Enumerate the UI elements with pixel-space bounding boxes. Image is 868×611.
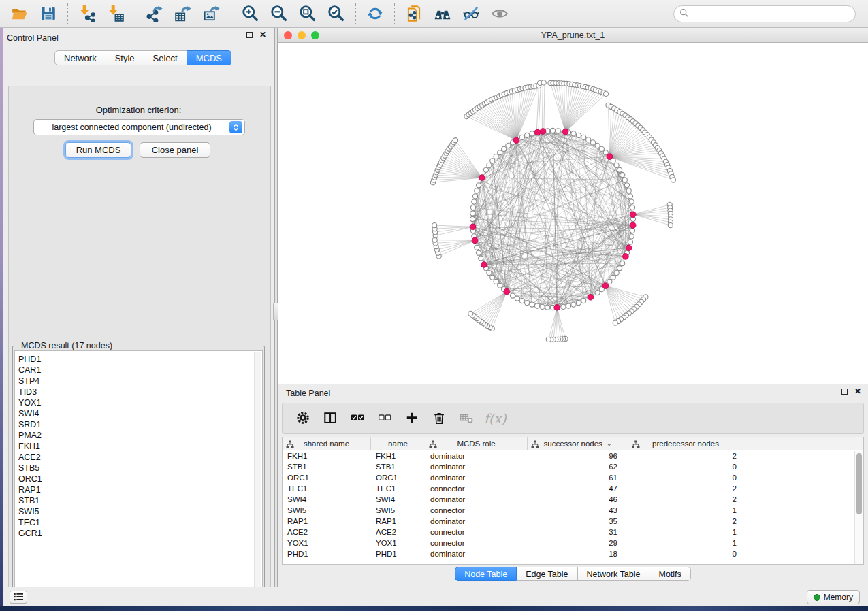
table-row[interactable]: SWI5SWI5connector431 bbox=[283, 505, 863, 516]
tab-edge-table[interactable]: Edge Table bbox=[517, 567, 577, 581]
result-node-item[interactable]: ACE2 bbox=[15, 452, 262, 463]
cell-successor-nodes: 31 bbox=[528, 527, 628, 538]
result-node-item[interactable]: ORC1 bbox=[15, 474, 262, 484]
refresh-icon[interactable] bbox=[365, 3, 385, 24]
zoom-in-icon[interactable] bbox=[240, 3, 261, 24]
zoom-out-icon[interactable] bbox=[269, 3, 289, 24]
export-network-icon[interactable] bbox=[144, 3, 165, 24]
zoom-fit-icon[interactable] bbox=[298, 3, 318, 24]
table-row[interactable]: ORC1ORC1dominator610 bbox=[283, 472, 863, 483]
cell-name: YOX1 bbox=[371, 538, 425, 548]
tab-node-table[interactable]: Node Table bbox=[455, 567, 517, 581]
result-node-item[interactable]: RAP1 bbox=[15, 484, 262, 495]
network-view-title: YPA_prune.txt_1 bbox=[278, 31, 868, 40]
cell-successor-nodes: 35 bbox=[528, 516, 628, 527]
network-canvas[interactable] bbox=[278, 43, 868, 384]
toolbar-separator bbox=[135, 3, 135, 24]
tab-motifs[interactable]: Motifs bbox=[649, 567, 690, 581]
delete-row-icon[interactable] bbox=[428, 408, 451, 429]
column-header-shared-name[interactable]: shared name bbox=[283, 437, 371, 450]
hide-details-icon[interactable] bbox=[461, 3, 481, 24]
cell-successor-nodes: 61 bbox=[528, 472, 628, 483]
settings-gear-icon[interactable] bbox=[292, 408, 315, 429]
run-mcds-button[interactable]: Run MCDS bbox=[65, 142, 131, 158]
cell-name: FKH1 bbox=[371, 450, 425, 461]
cell-successor-nodes: 43 bbox=[528, 505, 628, 516]
table-row[interactable]: FKH1FKH1dominator962 bbox=[283, 450, 863, 461]
float-panel-icon[interactable] bbox=[246, 32, 253, 38]
memory-button[interactable]: Memory bbox=[807, 590, 860, 604]
share-document-icon[interactable] bbox=[404, 3, 424, 24]
memory-status-icon bbox=[814, 594, 820, 601]
node-table[interactable]: shared namenameMCDS rolesuccessor nodes⌄… bbox=[282, 437, 864, 565]
table-row[interactable]: SWI4SWI4dominator462 bbox=[283, 494, 863, 505]
table-panel: Table Panel ✕ f(x) shared namenameMCDS r… bbox=[278, 384, 868, 587]
result-node-item[interactable]: STB5 bbox=[15, 463, 262, 474]
table-tabs-bar: Node TableEdge TableNetwork TableMotifs bbox=[278, 567, 868, 581]
network-graph[interactable] bbox=[278, 43, 868, 384]
cell-predecessor-nodes: 2 bbox=[628, 516, 743, 527]
save-icon[interactable] bbox=[38, 3, 59, 24]
result-node-item[interactable]: SWI5 bbox=[15, 506, 262, 517]
table-scrollbar[interactable] bbox=[854, 451, 863, 565]
result-node-item[interactable]: PMA2 bbox=[15, 430, 262, 441]
result-node-item[interactable]: SWI4 bbox=[15, 408, 262, 419]
float-table-panel-icon[interactable] bbox=[841, 389, 848, 395]
tab-network[interactable]: Network bbox=[54, 50, 106, 65]
column-header-MCDS-role[interactable]: MCDS role bbox=[425, 437, 528, 450]
column-label: MCDS role bbox=[457, 440, 495, 448]
zoom-selected-icon[interactable] bbox=[326, 3, 347, 24]
result-node-item[interactable]: TEC1 bbox=[15, 517, 262, 528]
select-all-icon[interactable] bbox=[347, 408, 370, 429]
column-type-icon bbox=[531, 440, 539, 450]
table-row[interactable]: TEC1TEC1connector472 bbox=[283, 483, 863, 494]
table-row[interactable]: RAP1RAP1dominator352 bbox=[283, 516, 863, 527]
close-table-panel-icon[interactable]: ✕ bbox=[854, 389, 861, 395]
cell-shared-name: SWI5 bbox=[283, 505, 371, 516]
search-network-icon[interactable] bbox=[432, 3, 453, 24]
open-icon[interactable] bbox=[10, 3, 30, 24]
close-panel-button[interactable]: Close panel bbox=[140, 142, 210, 158]
task-history-button[interactable] bbox=[10, 591, 27, 604]
column-header-successor-nodes[interactable]: successor nodes⌄ bbox=[528, 437, 628, 450]
result-node-item[interactable]: STB1 bbox=[15, 495, 262, 506]
result-node-item[interactable]: CAR1 bbox=[15, 365, 262, 376]
result-node-item[interactable]: GCR1 bbox=[15, 528, 262, 539]
result-list-scrollbar[interactable] bbox=[254, 352, 261, 597]
tab-style[interactable]: Style bbox=[106, 50, 144, 65]
table-row[interactable]: ACE2ACE2connector311 bbox=[283, 527, 863, 538]
cell-predecessor-nodes: 0 bbox=[628, 548, 743, 559]
optimization-criterion-select[interactable]: largest connected component (undirected) bbox=[33, 119, 245, 135]
result-node-item[interactable]: YOX1 bbox=[15, 397, 262, 408]
column-split-icon[interactable] bbox=[319, 408, 342, 429]
search-input[interactable] bbox=[692, 7, 855, 21]
column-header-name[interactable]: name bbox=[371, 437, 425, 450]
export-image-icon[interactable] bbox=[202, 3, 222, 24]
export-table-icon[interactable] bbox=[173, 3, 193, 24]
column-type-icon bbox=[286, 440, 294, 450]
deselect-all-icon[interactable] bbox=[374, 408, 397, 429]
cell-MCDS-role: dominator bbox=[425, 494, 528, 505]
table-scrollbar-thumb[interactable] bbox=[856, 453, 862, 514]
result-node-item[interactable]: FKH1 bbox=[15, 441, 262, 452]
close-panel-icon[interactable]: ✕ bbox=[259, 32, 266, 38]
tab-select[interactable]: Select bbox=[144, 50, 187, 65]
table-row[interactable]: PHD1PHD1dominator180 bbox=[283, 548, 863, 559]
import-network-icon[interactable] bbox=[77, 3, 97, 24]
tab-network-table[interactable]: Network Table bbox=[578, 567, 650, 581]
result-node-item[interactable]: PHD1 bbox=[15, 354, 262, 365]
cell-MCDS-role: connector bbox=[425, 527, 528, 538]
table-row[interactable]: YOX1YOX1connector291 bbox=[283, 538, 863, 548]
tab-mcds[interactable]: MCDS bbox=[187, 50, 231, 65]
result-node-item[interactable]: SRD1 bbox=[15, 419, 262, 430]
search-field[interactable] bbox=[673, 5, 856, 22]
result-node-item[interactable]: TID3 bbox=[15, 386, 262, 397]
table-row[interactable]: STB1STB1dominator620 bbox=[283, 461, 863, 472]
control-panel: Control Panel ✕ NetworkStyleSelectMCDS O… bbox=[3, 28, 274, 587]
cell-name: RAP1 bbox=[371, 516, 425, 527]
result-node-item[interactable]: STP4 bbox=[15, 376, 262, 386]
column-header-predecessor-nodes[interactable]: predecessor nodes bbox=[628, 437, 743, 450]
add-row-icon[interactable] bbox=[401, 408, 424, 429]
import-table-icon[interactable] bbox=[106, 3, 126, 24]
mcds-result-list[interactable]: PHD1CAR1STP4TID3YOX1SWI4SRD1PMA2FKH1ACE2… bbox=[14, 350, 263, 597]
